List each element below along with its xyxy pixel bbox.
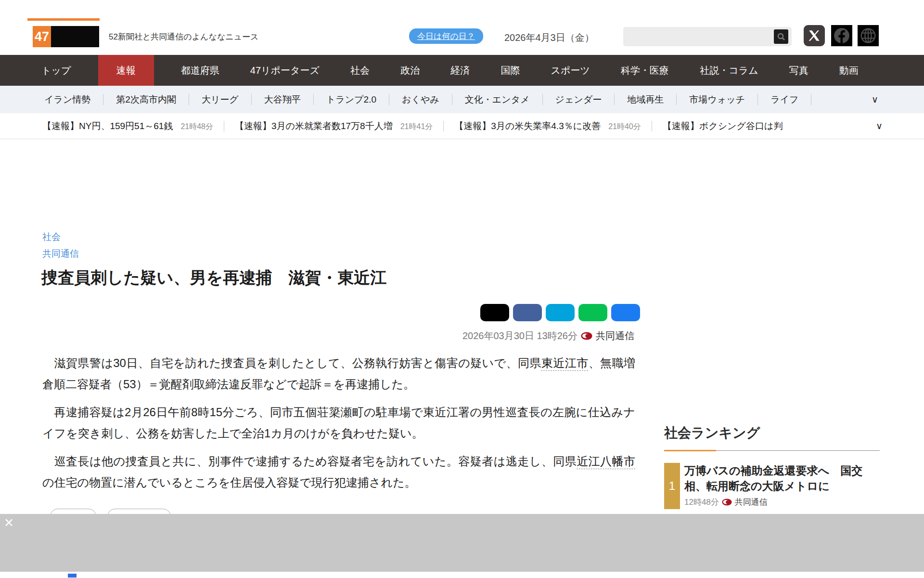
- ticker-item[interactable]: 【速報】NY円、159円51～61銭 21時48分: [42, 120, 213, 132]
- subnav-item-culture[interactable]: 文化・エンタメ: [452, 94, 543, 105]
- nav-item-science-medical[interactable]: 科学・医療: [617, 55, 673, 86]
- nav-item-top[interactable]: トップ: [38, 55, 75, 86]
- nav-item-47reporters[interactable]: 47リポーターズ: [246, 55, 323, 86]
- ranking-item-source: 共同通信: [735, 497, 768, 508]
- subnav-chevron-down-icon[interactable]: ∨: [872, 93, 878, 105]
- place-link-omihachiman[interactable]: 近江八幡市: [577, 455, 635, 468]
- main-nav: トップ 速報 都道府県 47リポーターズ 社会 政治 経済 国際 スポーツ 科学…: [0, 55, 924, 86]
- share-blue-button[interactable]: [611, 304, 640, 321]
- ticker-headline[interactable]: 【速報】NY円、159円51～61銭: [42, 120, 173, 132]
- paragraph: 再逮捕容疑は2月26日午前8時15分ごろ、同市五個荘簗瀬町の駐車場で東近江署の男…: [42, 402, 635, 444]
- ticker-headline[interactable]: 【速報】3月の米就業者数17万8千人増: [235, 120, 393, 132]
- share-hatena-button[interactable]: [546, 304, 575, 321]
- bottom-ad-overlay: ✕: [0, 514, 924, 572]
- nav-item-editorial[interactable]: 社説・コラム: [696, 55, 762, 86]
- facebook-social-icon[interactable]: [831, 25, 852, 46]
- article-body: 滋賀県警は30日、自宅を訪れた捜査員を刺したとして、公務執行妨害と傷害の疑いで、…: [42, 353, 635, 500]
- x-social-icon[interactable]: [804, 25, 825, 46]
- subnav-item-ohtani[interactable]: 大谷翔平: [252, 94, 314, 105]
- nav-item-international[interactable]: 国際: [497, 55, 524, 86]
- ticker-item[interactable]: 【速報】3月の米就業者数17万8千人増 21時41分: [235, 120, 433, 132]
- topic-subnav: イラン情勢 第2次高市内閣 大リーグ 大谷翔平 トランプ2.0 おくやみ 文化・…: [0, 86, 924, 113]
- nav-item-sokuho[interactable]: 速報: [98, 55, 154, 86]
- paragraph-text: の住宅の物置に潜んでいるところを住居侵入容疑で現行犯逮捕された。: [42, 476, 416, 489]
- subnav-item-gender[interactable]: ジェンダー: [543, 94, 615, 105]
- rule-line: [716, 450, 880, 451]
- paragraph-text: 滋賀県警は30日、自宅を訪れた捜査員を刺したとして、公務執行妨害と傷害の疑いで、…: [42, 356, 541, 369]
- ticker-divider: [224, 121, 224, 131]
- nav-item-politics[interactable]: 政治: [397, 55, 424, 86]
- ranking-heading-rule: [664, 450, 880, 451]
- subnav-item-market[interactable]: 市場ウォッチ: [677, 94, 758, 105]
- share-x-button[interactable]: [480, 304, 509, 321]
- paragraph: 巡査長は他の捜査員と共に、別事件で逮捕するため容疑者宅を訪れていた。容疑者は逃走…: [42, 451, 635, 493]
- search-icon[interactable]: [774, 29, 788, 44]
- nav-item-economy[interactable]: 経済: [447, 55, 474, 86]
- subnav-item-life[interactable]: ライフ: [758, 94, 811, 105]
- rule-accent: [664, 450, 716, 451]
- breaking-news-ticker: 【速報】NY円、159円51～61銭 21時48分 【速報】3月の米就業者数17…: [0, 113, 924, 139]
- share-facebook-button[interactable]: [513, 304, 542, 321]
- overlay-close-icon[interactable]: ✕: [4, 517, 14, 529]
- logo-47-mark: 47: [33, 26, 51, 47]
- article-category-link[interactable]: 社会: [42, 231, 61, 243]
- site-logo[interactable]: 47: [33, 26, 99, 47]
- paragraph-text: 巡査長は他の捜査員と共に、別事件で逮捕するため容疑者宅を訪れていた。容疑者は逃走…: [42, 455, 577, 468]
- nav-item-photo[interactable]: 写真: [785, 55, 812, 86]
- rank-number-badge: 1: [664, 463, 680, 509]
- brand-accent-bar: [27, 18, 100, 21]
- search-box: [623, 27, 792, 46]
- paragraph: 滋賀県警は30日、自宅を訪れた捜査員を刺したとして、公務執行妨害と傷害の疑いで、…: [42, 353, 635, 395]
- search-input[interactable]: [629, 27, 770, 46]
- ranking-heading: 社会ランキング: [664, 424, 760, 442]
- ticker-time: 21時41分: [400, 122, 433, 132]
- ticker-item[interactable]: 【速報】ボクシング谷口は判: [663, 120, 783, 132]
- nav-item-prefectures[interactable]: 都道府県: [177, 55, 223, 86]
- subnav-item-iran[interactable]: イラン情勢: [32, 94, 103, 105]
- publish-source: 共同通信: [596, 329, 634, 342]
- article-title: 捜査員刺した疑い、男を再逮捕 滋賀・東近江: [41, 267, 386, 289]
- ticker-headline[interactable]: 【速報】3月の米失業率4.3％に改善: [454, 120, 601, 132]
- nav-item-sports[interactable]: スポーツ: [547, 55, 594, 86]
- ticker-time: 21時40分: [608, 122, 641, 132]
- ticker-chevron-down-icon[interactable]: ∨: [876, 120, 883, 131]
- kyodo-logo-icon: [581, 332, 592, 340]
- today-button[interactable]: 今日は何の日？: [409, 28, 483, 44]
- ranking-item-time: 12時48分: [684, 497, 719, 508]
- site-tagline: 52新聞社と共同通信のよんななニュース: [109, 31, 259, 42]
- subnav-item-regional[interactable]: 地域再生: [615, 94, 677, 105]
- globe-icon[interactable]: [858, 25, 879, 46]
- publish-line: 2026年03月30日 13時26分 共同通信: [42, 329, 634, 342]
- logo-news-mark: [51, 26, 99, 47]
- share-buttons: [480, 304, 640, 321]
- bottom-ad-fragment: [68, 574, 77, 578]
- subnav-item-mlb[interactable]: 大リーグ: [189, 94, 252, 105]
- publish-datetime: 2026年03月30日 13時26分: [462, 329, 578, 342]
- nav-item-society[interactable]: 社会: [346, 55, 373, 86]
- ranking-item-meta: 12時48分 共同通信: [684, 497, 768, 508]
- subnav-item-cabinet[interactable]: 第2次高市内閣: [103, 94, 189, 105]
- place-link-higashiomi[interactable]: 東近江市: [541, 356, 589, 369]
- header-date: 2026年4月3日（金）: [504, 31, 594, 44]
- subnav-item-trump[interactable]: トランプ2.0: [314, 94, 389, 105]
- ranking-item-title[interactable]: 万博バスの補助金返還要求へ 国交相、転用断念の大阪メトロに: [684, 463, 881, 494]
- ticker-divider: [652, 121, 652, 131]
- ticker-headline[interactable]: 【速報】ボクシング谷口は判: [663, 120, 783, 132]
- nav-item-video[interactable]: 動画: [835, 55, 862, 86]
- subnav-item-obituary[interactable]: おくやみ: [389, 94, 452, 105]
- paragraph-text: 再逮捕容疑は2月26日午前8時15分ごろ、同市五個荘簗瀬町の駐車場で東近江署の男…: [42, 406, 635, 440]
- kyodo-logo-icon: [722, 499, 732, 506]
- share-line-button[interactable]: [578, 304, 607, 321]
- ticker-item[interactable]: 【速報】3月の米失業率4.3％に改善 21時40分: [454, 120, 641, 132]
- article-agency-link[interactable]: 共同通信: [42, 248, 79, 260]
- ticker-divider: [443, 121, 444, 131]
- page: 47 52新聞社と共同通信のよんななニュース 今日は何の日？ 2026年4月3日…: [0, 0, 924, 578]
- ticker-time: 21時48分: [180, 122, 213, 132]
